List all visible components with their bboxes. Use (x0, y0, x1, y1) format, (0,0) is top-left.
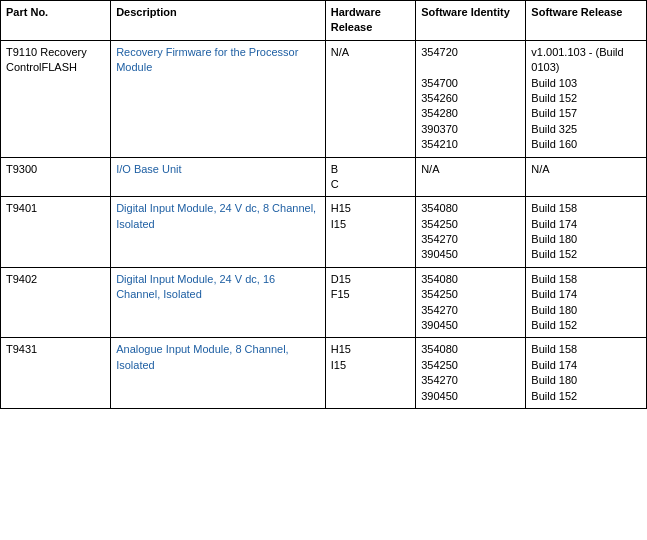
header-swrel: Software Release (526, 1, 647, 41)
cell-desc: Digital Input Module, 24 V dc, 8 Channel… (111, 197, 326, 268)
cell-partno: T9401 (1, 197, 111, 268)
cell-hwrel: BC (325, 157, 415, 197)
table-row: T9402Digital Input Module, 24 V dc, 16 C… (1, 267, 647, 338)
table-row: T9401Digital Input Module, 24 V dc, 8 Ch… (1, 197, 647, 268)
table-row: T9431Analogue Input Module, 8 Channel, I… (1, 338, 647, 409)
cell-swid: 354080354250354270390450 (416, 267, 526, 338)
cell-swrel: v1.001.103 - (Build 0103)Build 103Build … (526, 40, 647, 157)
cell-desc: Analogue Input Module, 8 Channel, Isolat… (111, 338, 326, 409)
cell-hwrel: H15I15 (325, 338, 415, 409)
cell-swid: 354080354250354270390450 (416, 197, 526, 268)
table-row: T9110 Recovery ControlFLASHRecovery Firm… (1, 40, 647, 157)
cell-partno: T9402 (1, 267, 111, 338)
cell-swrel: Build 158Build 174Build 180Build 152 (526, 197, 647, 268)
cell-hwrel: N/A (325, 40, 415, 157)
cell-partno: T9110 Recovery ControlFLASH (1, 40, 111, 157)
header-swid: Software Identity (416, 1, 526, 41)
header-desc: Description (111, 1, 326, 41)
cell-swid: 354720354700354260354280390370354210 (416, 40, 526, 157)
compatibility-table: Part No. Description Hardware Release So… (0, 0, 647, 409)
cell-hwrel: D15F15 (325, 267, 415, 338)
cell-swrel: N/A (526, 157, 647, 197)
cell-desc: Digital Input Module, 24 V dc, 16 Channe… (111, 267, 326, 338)
cell-swrel: Build 158Build 174Build 180Build 152 (526, 338, 647, 409)
cell-swrel: Build 158Build 174Build 180Build 152 (526, 267, 647, 338)
cell-desc: I/O Base Unit (111, 157, 326, 197)
cell-swid: N/A (416, 157, 526, 197)
cell-desc: Recovery Firmware for the Processor Modu… (111, 40, 326, 157)
cell-partno: T9431 (1, 338, 111, 409)
cell-partno: T9300 (1, 157, 111, 197)
header-partno: Part No. (1, 1, 111, 41)
table-row: T9300I/O Base UnitBCN/AN/A (1, 157, 647, 197)
cell-swid: 354080354250354270390450 (416, 338, 526, 409)
cell-hwrel: H15I15 (325, 197, 415, 268)
header-hwrel: Hardware Release (325, 1, 415, 41)
